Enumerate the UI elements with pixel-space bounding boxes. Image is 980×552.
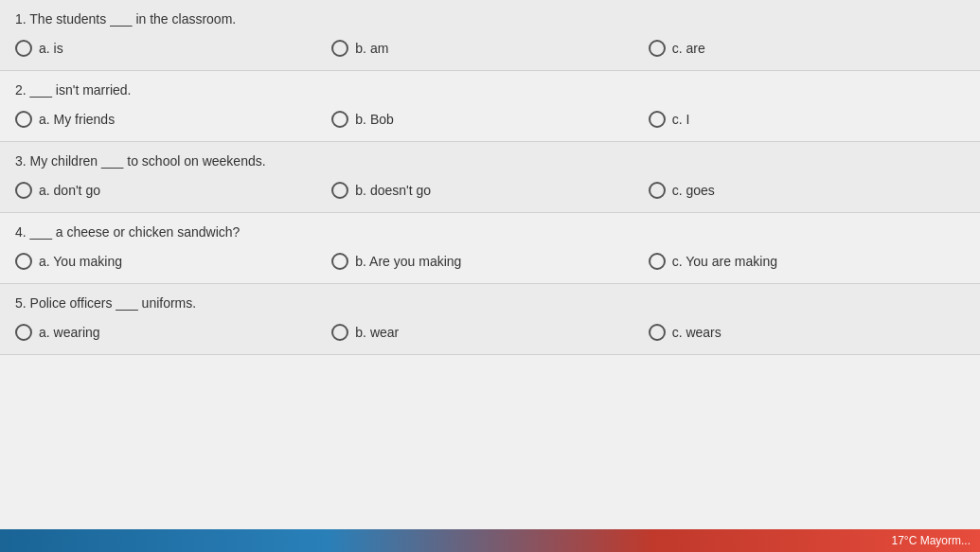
option-label-q3a: a. don't go <box>39 183 100 198</box>
option-q4b[interactable]: b. Are you making <box>331 249 648 274</box>
option-label-q2c: c. I <box>672 112 690 127</box>
radio-q5a[interactable] <box>15 324 32 341</box>
question-block-5: 5. Police officers ___ uniforms.a. weari… <box>0 284 980 355</box>
radio-q1a[interactable] <box>15 40 32 57</box>
option-q1a[interactable]: a. is <box>15 36 331 61</box>
quiz-container: 1. The students ___ in the classroom.a. … <box>0 0 980 355</box>
radio-q5c[interactable] <box>649 324 666 341</box>
option-label-q1a: a. is <box>39 41 63 56</box>
option-q2c[interactable]: c. I <box>649 107 965 132</box>
radio-q3c[interactable] <box>649 182 666 199</box>
question-text-3: 3. My children ___ to school on weekends… <box>15 153 965 169</box>
radio-q5b[interactable] <box>331 324 348 341</box>
question-text-4: 4. ___ a cheese or chicken sandwich? <box>15 224 965 240</box>
radio-q1c[interactable] <box>649 40 666 57</box>
question-text-1: 1. The students ___ in the classroom. <box>15 11 965 27</box>
radio-q4b[interactable] <box>331 253 348 270</box>
options-row-5: a. wearingb. wearc. wears <box>15 320 965 345</box>
option-label-q4a: a. You making <box>39 254 122 269</box>
radio-q3b[interactable] <box>331 182 348 199</box>
question-text-2: 2. ___ isn't married. <box>15 82 965 98</box>
option-q2a[interactable]: a. My friends <box>15 107 331 132</box>
taskbar: 17°C Mayorm... <box>0 529 980 552</box>
option-q5c[interactable]: c. wears <box>649 320 965 345</box>
option-label-q5b: b. wear <box>355 325 399 340</box>
question-block-4: 4. ___ a cheese or chicken sandwich?a. Y… <box>0 213 980 284</box>
radio-q3a[interactable] <box>15 182 32 199</box>
option-q5a[interactable]: a. wearing <box>15 320 331 345</box>
radio-q4c[interactable] <box>649 253 666 270</box>
option-label-q3c: c. goes <box>672 183 715 198</box>
option-q1c[interactable]: c. are <box>649 36 965 61</box>
question-block-2: 2. ___ isn't married.a. My friendsb. Bob… <box>0 71 980 142</box>
radio-q1b[interactable] <box>331 40 348 57</box>
option-label-q4c: c. You are making <box>672 254 777 269</box>
option-label-q1b: b. am <box>355 41 388 56</box>
option-q5b[interactable]: b. wear <box>331 320 648 345</box>
option-label-q5a: a. wearing <box>39 325 100 340</box>
option-label-q1c: c. are <box>672 41 705 56</box>
question-block-1: 1. The students ___ in the classroom.a. … <box>0 0 980 71</box>
option-q4c[interactable]: c. You are making <box>649 249 965 274</box>
option-q3b[interactable]: b. doesn't go <box>331 178 648 203</box>
radio-q2b[interactable] <box>331 111 348 128</box>
option-label-q3b: b. doesn't go <box>355 183 431 198</box>
options-row-4: a. You makingb. Are you makingc. You are… <box>15 249 965 274</box>
option-q2b[interactable]: b. Bob <box>331 107 648 132</box>
radio-q2a[interactable] <box>15 111 32 128</box>
option-q1b[interactable]: b. am <box>331 36 648 61</box>
radio-q4a[interactable] <box>15 253 32 270</box>
option-label-q4b: b. Are you making <box>355 254 461 269</box>
question-block-3: 3. My children ___ to school on weekends… <box>0 142 980 213</box>
options-row-3: a. don't gob. doesn't goc. goes <box>15 178 965 203</box>
taskbar-temp: 17°C Mayorm... <box>892 534 971 547</box>
options-row-1: a. isb. amc. are <box>15 36 965 61</box>
question-text-5: 5. Police officers ___ uniforms. <box>15 295 965 311</box>
option-label-q2a: a. My friends <box>39 112 115 127</box>
option-q3c[interactable]: c. goes <box>649 178 965 203</box>
option-q3a[interactable]: a. don't go <box>15 178 331 203</box>
option-label-q2b: b. Bob <box>355 112 393 127</box>
option-label-q5c: c. wears <box>672 325 722 340</box>
radio-q2c[interactable] <box>649 111 666 128</box>
option-q4a[interactable]: a. You making <box>15 249 331 274</box>
options-row-2: a. My friendsb. Bobc. I <box>15 107 965 132</box>
